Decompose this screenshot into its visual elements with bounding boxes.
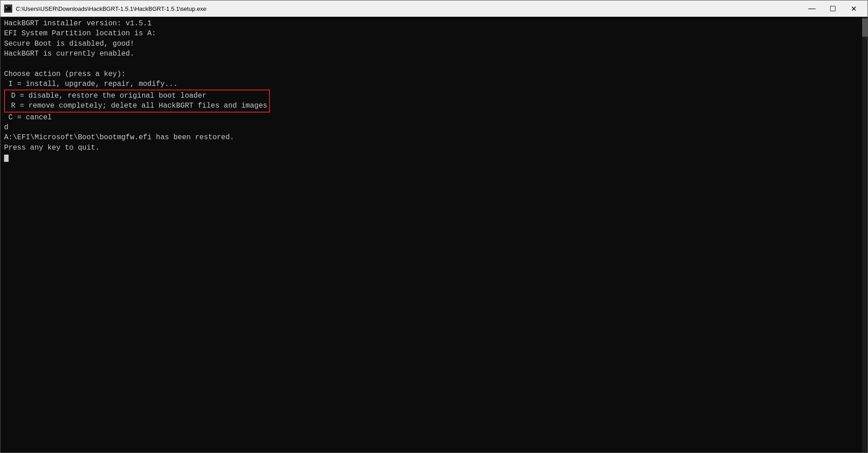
console-line-4: HackBGRT is currently enabled. [4,49,864,59]
titlebar: C:\Users\USER\Downloads\HackBGRT-1.5.1\H… [0,0,868,17]
console-output: HackBGRT installer version: v1.5.1 EFI S… [0,17,868,453]
console-line-3: Secure Boot is disabled, good! [4,39,864,49]
highlight-box: D = disable, restore the original boot l… [4,90,270,113]
console-line-9: R = remove completely; delete all HackBG… [7,101,267,111]
window-icon [4,5,12,13]
console-line-13: Press any key to quit. [4,143,864,153]
console-line-12: A:\EFI\Microsoft\Boot\bootmgfw.efi has b… [4,132,864,142]
console-line-8: D = disable, restore the original boot l… [7,91,267,101]
maximize-button[interactable]: ☐ [822,0,843,17]
console-line-11: d [4,123,864,132]
console-line-5 [4,59,864,69]
scrollbar-thumb[interactable] [862,19,868,37]
close-button[interactable]: ✕ [843,0,864,17]
console-line-1: HackBGRT installer version: v1.5.1 [4,19,864,28]
cursor-block [4,155,9,162]
svg-rect-2 [6,7,7,8]
console-cursor-line [4,153,864,163]
window-controls: — ☐ ✕ [802,0,864,17]
minimize-button[interactable]: — [802,0,822,17]
console-line-2: EFI System Partition location is A: [4,28,864,38]
window-title: C:\Users\USER\Downloads\HackBGRT-1.5.1\H… [16,5,798,12]
window: C:\Users\USER\Downloads\HackBGRT-1.5.1\H… [0,0,868,453]
console-line-7: I = install, upgrade, repair, modify... [4,79,864,89]
console-line-6: Choose action (press a key): [4,69,864,79]
scrollbar[interactable] [862,17,868,453]
console-line-10: C = cancel [4,113,864,123]
